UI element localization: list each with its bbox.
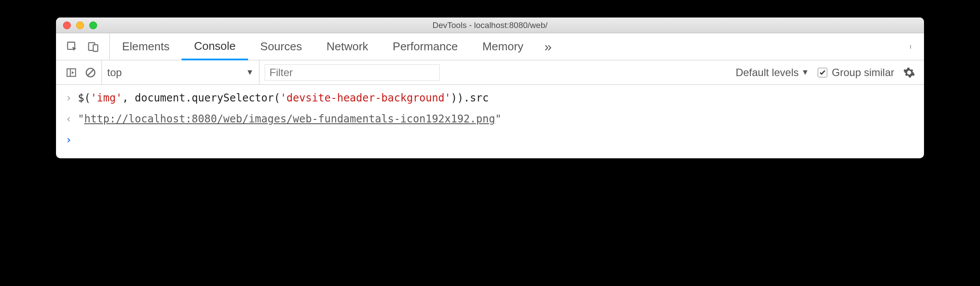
svg-rect-6 — [67, 69, 76, 76]
console-input-code: $('img', document.querySelector('devsite… — [78, 90, 489, 106]
tab-sources[interactable]: Sources — [248, 33, 314, 60]
filter-input[interactable] — [265, 64, 440, 81]
svg-point-3 — [910, 45, 911, 46]
output-prompt-icon: ‹ — [65, 111, 73, 127]
checkbox-icon — [818, 68, 827, 77]
levels-selector[interactable]: Default levels ▼ — [735, 66, 809, 79]
console-prompt-row[interactable]: › — [56, 129, 924, 150]
svg-point-5 — [910, 47, 911, 48]
console-prompt-input[interactable] — [78, 132, 84, 148]
kebab-menu-icon[interactable] — [900, 33, 924, 60]
toolbar-left — [60, 60, 102, 84]
toolbar-right: Default levels ▼ Group similar — [735, 66, 920, 79]
group-similar-label: Group similar — [832, 66, 894, 79]
titlebar: DevTools - localhost:8080/web/ — [56, 17, 924, 33]
tab-console[interactable]: Console — [182, 33, 248, 60]
svg-point-4 — [910, 46, 911, 47]
tabs-overflow-icon[interactable]: » — [536, 33, 560, 60]
device-toggle-icon[interactable] — [87, 40, 100, 53]
levels-label: Default levels — [735, 66, 798, 79]
devtools-window: DevTools - localhost:8080/web/ Elements … — [56, 17, 924, 158]
gear-icon[interactable] — [903, 66, 915, 79]
window-controls — [56, 21, 97, 29]
filter-group — [259, 60, 445, 84]
inspect-icon[interactable] — [66, 40, 79, 53]
window-title: DevTools - localhost:8080/web/ — [56, 21, 924, 30]
context-selector[interactable]: top ▼ — [102, 60, 259, 84]
chevron-down-icon: ▼ — [801, 68, 809, 77]
chevron-down-icon: ▼ — [246, 68, 254, 77]
maximize-icon[interactable] — [89, 21, 97, 29]
svg-rect-2 — [93, 45, 98, 51]
close-icon[interactable] — [63, 21, 71, 29]
clear-console-icon[interactable] — [85, 67, 96, 78]
minimize-icon[interactable] — [76, 21, 84, 29]
toggle-sidebar-icon[interactable] — [66, 67, 77, 78]
console-output: › $('img', document.querySelector('devsi… — [56, 85, 924, 158]
console-toolbar: top ▼ Default levels ▼ Group similar — [56, 60, 924, 85]
console-input-row: › $('img', document.querySelector('devsi… — [56, 87, 924, 108]
tab-performance[interactable]: Performance — [381, 33, 470, 60]
console-output-value: "http://localhost:8080/web/images/web-fu… — [78, 111, 501, 127]
context-label: top — [107, 66, 122, 79]
output-url-link[interactable]: http://localhost:8080/web/images/web-fun… — [84, 113, 495, 125]
tab-network[interactable]: Network — [314, 33, 380, 60]
prompt-icon: › — [65, 132, 73, 148]
tab-elements[interactable]: Elements — [110, 33, 182, 60]
svg-line-9 — [88, 70, 94, 75]
panel-tabs: Elements Console Sources Network Perform… — [56, 33, 924, 60]
group-similar-toggle[interactable]: Group similar — [818, 66, 894, 79]
input-prompt-icon: › — [65, 90, 73, 106]
console-output-row: ‹ "http://localhost:8080/web/images/web-… — [56, 108, 924, 129]
tabs-left-tools — [56, 33, 110, 60]
tab-memory[interactable]: Memory — [470, 33, 536, 60]
